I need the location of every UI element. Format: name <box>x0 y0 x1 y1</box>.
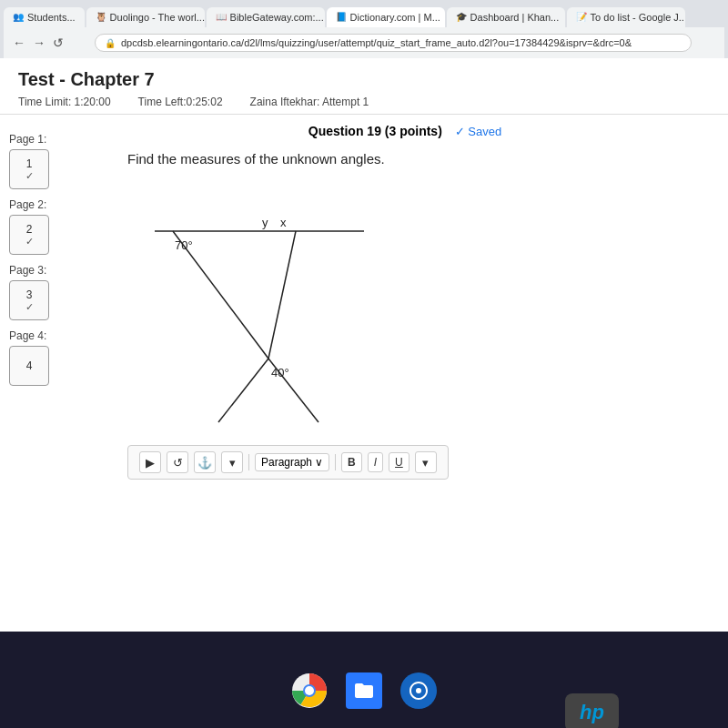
page3-label: Page 3: <box>9 264 73 277</box>
page2-number: 2 <box>26 223 33 236</box>
tab-duolingo[interactable]: 🦉 Duolingo - The worl... <box>86 7 205 27</box>
tab-students[interactable]: 👥 Students... <box>4 7 85 27</box>
page3-check: ✓ <box>25 301 34 313</box>
tab-bar: 👥 Students... 🦉 Duolingo - The worl... 📖… <box>4 4 724 27</box>
editor-toolbar: ▶ ↺ ⚓ ▾ Paragraph ∨ B I U ▾ <box>127 445 449 480</box>
play-button[interactable]: ▶ <box>139 451 161 473</box>
files-taskbar-icon[interactable] <box>346 672 382 709</box>
tab-todo[interactable]: 📝 To do list - Google J... <box>567 7 685 27</box>
lock-icon: 🔒 <box>105 38 116 48</box>
angle-40-label: 40° <box>271 366 289 379</box>
saved-badge: ✓ Saved <box>455 125 501 138</box>
page4-number: 4 <box>26 359 33 372</box>
address-bar[interactable]: 🔒 dpcdsb.elearningontario.ca/d2l/lms/qui… <box>95 34 692 52</box>
chrome-taskbar-icon[interactable] <box>291 672 328 709</box>
page4-label: Page 4: <box>9 329 73 342</box>
taskbar: hp <box>0 632 728 728</box>
settings-icon <box>408 680 430 702</box>
y-label: y <box>262 216 268 229</box>
browser-chrome: 👥 Students... 🦉 Duolingo - The worl... 📖… <box>0 0 728 58</box>
refresh-button[interactable]: ↺ <box>167 451 188 473</box>
settings-taskbar-icon[interactable] <box>400 672 437 709</box>
tab-dictionary[interactable]: 📘 Dictionary.com | M... <box>327 7 445 27</box>
page4-button[interactable]: 4 <box>9 346 49 386</box>
sidebar: Page 1: 1 ✓ Page 2: 2 ✓ Page 3: 3 ✓ Page… <box>0 115 82 632</box>
page1-check: ✓ <box>25 170 34 182</box>
bold-button[interactable]: B <box>341 452 362 472</box>
hp-text: hp <box>580 701 604 723</box>
paragraph-select[interactable]: Paragraph ∨ <box>255 453 329 471</box>
question-text: Find the measures of the unknown angles. <box>127 151 710 167</box>
time-left: Time Left:0:25:02 <box>138 96 223 108</box>
svg-line-4 <box>218 359 268 422</box>
paragraph-chevron: ∨ <box>315 456 323 469</box>
geometry-diagram: 70° y x 40° <box>127 181 382 436</box>
dropdown-arrow-button[interactable]: ▾ <box>221 451 243 473</box>
duolingo-favicon: 🦉 <box>96 12 106 23</box>
meta-row: Time Limit: 1:20:00 Time Left:0:25:02 Za… <box>18 96 710 108</box>
page-title: Test - Chapter 7 <box>18 69 710 90</box>
page3-number: 3 <box>26 288 33 301</box>
user-attempt: Zaina Iftekhar: Attempt 1 <box>250 96 369 108</box>
page-header: Test - Chapter 7 Time Limit: 1:20:00 Tim… <box>0 58 728 115</box>
reload-button[interactable]: ↺ <box>49 34 67 52</box>
page3-button[interactable]: 3 ✓ <box>9 280 49 320</box>
browser-content: Test - Chapter 7 Time Limit: 1:20:00 Tim… <box>0 58 728 632</box>
page1-number: 1 <box>26 157 33 170</box>
content-area: Page 1: 1 ✓ Page 2: 2 ✓ Page 3: 3 ✓ Page… <box>0 115 728 632</box>
separator-2 <box>335 454 336 470</box>
time-limit: Time Limit: 1:20:00 <box>18 96 111 108</box>
tab-biblegateway[interactable]: 📖 BibleGateway.com:... <box>207 7 325 27</box>
main-question: Question 19 (3 points) ✓ Saved Find the … <box>82 115 728 632</box>
tab-dashboard[interactable]: 🎓 Dashboard | Khan... <box>447 7 565 27</box>
italic-button[interactable]: I <box>368 452 383 472</box>
files-icon <box>353 680 375 702</box>
forward-button[interactable]: → <box>29 34 49 52</box>
question-header: Question 19 (3 points) ✓ Saved <box>100 124 710 138</box>
separator-1 <box>248 454 249 470</box>
dashboard-favicon: 🎓 <box>456 12 467 23</box>
page2-label: Page 2: <box>9 198 73 211</box>
page2-button[interactable]: 2 ✓ <box>9 215 49 255</box>
svg-point-8 <box>416 688 421 693</box>
hp-logo: hp <box>565 693 619 728</box>
svg-point-7 <box>305 686 314 695</box>
bible-favicon: 📖 <box>216 12 227 23</box>
todo-favicon: 📝 <box>576 12 587 23</box>
chrome-icon <box>291 672 328 709</box>
underline-button[interactable]: U <box>389 452 410 472</box>
svg-line-2 <box>268 231 296 359</box>
page1-button[interactable]: 1 ✓ <box>9 149 49 189</box>
question-title: Question 19 (3 points) <box>308 124 442 138</box>
page2-check: ✓ <box>25 236 34 248</box>
angle-70-label: 70° <box>175 238 193 252</box>
page1-label: Page 1: <box>9 133 73 146</box>
paragraph-label: Paragraph <box>261 456 312 469</box>
back-button[interactable]: ← <box>9 34 29 52</box>
format-dropdown-button[interactable]: ▾ <box>415 451 437 473</box>
x-label: x <box>280 216 287 229</box>
link-button[interactable]: ⚓ <box>194 451 216 473</box>
address-row: ← → ↺ 🔒 dpcdsb.elearningontario.ca/d2l/l… <box>4 27 724 58</box>
diagram-container: 70° y x 40° <box>127 181 382 436</box>
dictionary-favicon: 📘 <box>336 12 347 23</box>
students-favicon: 👥 <box>13 12 24 23</box>
